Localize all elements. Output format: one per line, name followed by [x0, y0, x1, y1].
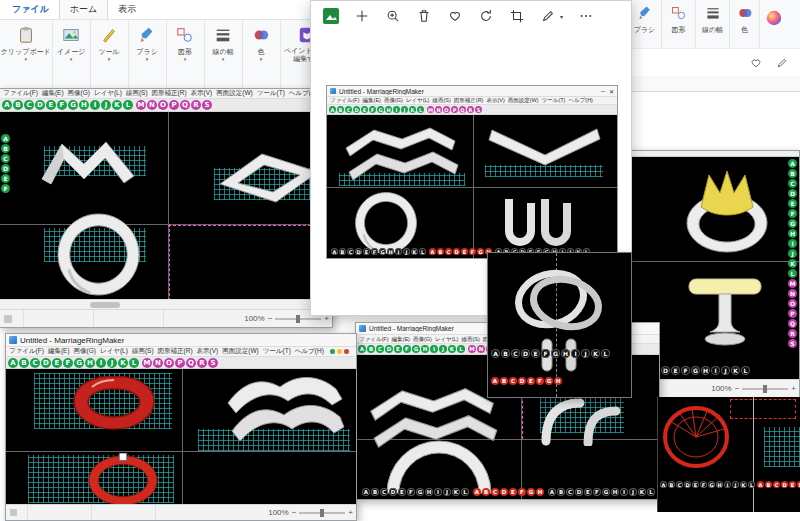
menu-item[interactable]: ツール(T) — [542, 97, 566, 104]
paint3d-sphere-button[interactable] — [760, 0, 788, 48]
menu-item[interactable]: 編集(E) — [392, 336, 410, 343]
letter-button[interactable]: C — [566, 488, 574, 496]
ribbon-group-colors[interactable]: 色 ▾ — [243, 20, 281, 90]
menu-item[interactable]: 画像(G) — [74, 347, 96, 356]
letter-button[interactable]: K — [118, 358, 128, 368]
title-bar[interactable]: Untitled - MarriageRingMaker ─ ✕ — [327, 86, 617, 97]
zoom-out-icon[interactable]: − — [292, 508, 297, 517]
letter-button[interactable]: B — [437, 248, 444, 255]
zoom-control[interactable]: 100% − + — [711, 384, 799, 393]
letter-button[interactable]: D — [1, 164, 10, 173]
letter-button[interactable]: I — [620, 488, 628, 496]
menu-item[interactable]: 編集(E) — [363, 97, 381, 104]
menu-item[interactable]: 表示(V) — [191, 89, 213, 98]
letter-button[interactable]: I — [395, 248, 402, 255]
letter-button[interactable]: D — [353, 106, 360, 113]
ribbon-group-image[interactable]: イメージ ▾ — [53, 20, 91, 90]
letter-button[interactable]: G — [545, 377, 553, 385]
favorite-icon[interactable] — [748, 55, 764, 71]
letter-button[interactable]: B — [371, 488, 379, 496]
menu-item[interactable]: 表示(V) — [486, 97, 504, 104]
letter-button[interactable]: A — [491, 377, 499, 385]
letter-button[interactable]: G — [477, 248, 484, 255]
letter-button[interactable]: J — [107, 358, 117, 368]
ribbon-group-colors[interactable]: 色 — [730, 0, 760, 48]
zoom-in-icon[interactable]: + — [791, 384, 796, 393]
letter-button[interactable]: R — [197, 358, 207, 368]
design-canvas[interactable]: ABCDEFGHIJKL ABCDEFGH ABCDEFGHIJKL — [327, 115, 617, 258]
letter-button[interactable]: S — [202, 100, 212, 110]
letter-button[interactable]: S — [208, 358, 218, 368]
letter-button[interactable]: R — [467, 106, 474, 113]
letter-button[interactable]: Q — [788, 319, 797, 328]
letter-button[interactable]: H — [85, 358, 95, 368]
letter-button[interactable]: D — [389, 488, 397, 496]
letter-button[interactable]: C — [1, 154, 10, 163]
letter-button[interactable]: P — [788, 309, 797, 318]
letter-button[interactable]: E — [527, 377, 535, 385]
letter-button[interactable]: G — [551, 349, 560, 358]
letter-button[interactable]: G — [412, 345, 420, 353]
letter-button[interactable]: K — [788, 259, 797, 268]
letter-button[interactable]: I — [724, 481, 731, 488]
rotate-icon[interactable] — [478, 8, 494, 24]
horizontal-scrollbar[interactable] — [0, 299, 332, 309]
letter-button[interactable]: Q — [186, 358, 196, 368]
letter-button[interactable]: O — [158, 100, 168, 110]
menu-item[interactable]: ファイル(F) — [330, 97, 360, 104]
letter-button[interactable]: H — [561, 349, 570, 358]
letter-button[interactable]: A — [491, 349, 500, 358]
letter-button[interactable]: D — [781, 481, 788, 488]
ribbon-group-line-width[interactable]: 線の幅 ▾ — [205, 20, 243, 90]
letter-button[interactable]: B — [339, 248, 346, 255]
letter-button[interactable]: K — [740, 481, 747, 488]
letter-button[interactable]: K — [448, 345, 456, 353]
ribbon-group-brushes[interactable]: ブラシ ▾ — [129, 20, 167, 90]
letter-button[interactable]: F — [407, 488, 415, 496]
letter-button[interactable]: K — [638, 488, 646, 496]
letter-button[interactable]: I — [788, 239, 797, 248]
letter-button[interactable]: J — [788, 249, 797, 258]
menu-item[interactable]: レイヤ(L) — [406, 97, 430, 104]
letter-button[interactable]: C — [376, 345, 384, 353]
letter-button[interactable]: A — [548, 488, 556, 496]
letter-button[interactable]: A — [660, 481, 667, 488]
ribbon-group-line-width[interactable]: 線の幅 — [696, 0, 730, 48]
menu-item[interactable]: 画面設定(W) — [222, 347, 258, 356]
zoom-slider-thumb[interactable] — [296, 315, 300, 323]
letter-button[interactable]: E — [531, 349, 540, 358]
letter-button[interactable]: E — [788, 199, 797, 208]
letter-button[interactable]: F — [541, 349, 550, 358]
letter-button[interactable]: L — [123, 100, 133, 110]
letter-button[interactable]: I — [434, 488, 442, 496]
letter-button[interactable]: A — [2, 100, 12, 110]
letter-button[interactable]: L — [748, 481, 755, 488]
letter-button[interactable]: D — [518, 377, 526, 385]
letter-button[interactable]: C — [509, 377, 517, 385]
letter-button[interactable]: C — [676, 481, 683, 488]
letter-button[interactable]: L — [417, 106, 424, 113]
letter-button[interactable]: G — [602, 488, 610, 496]
letter-button[interactable]: C — [30, 358, 40, 368]
letter-button[interactable]: E — [46, 100, 56, 110]
letter-button[interactable]: C — [773, 481, 780, 488]
letter-button[interactable]: B — [1, 144, 10, 153]
ribbon-group-shapes[interactable]: 図形 ▾ — [167, 20, 205, 90]
letter-button[interactable]: K — [731, 366, 740, 375]
letter-button[interactable]: D — [788, 189, 797, 198]
menu-item[interactable]: 線画(S) — [461, 336, 479, 343]
menu-item[interactable]: 画像(G) — [384, 97, 403, 104]
letter-button[interactable]: N — [435, 106, 442, 113]
letter-button[interactable]: H — [554, 377, 562, 385]
letter-button[interactable]: E — [671, 366, 680, 375]
letter-button[interactable]: K — [409, 106, 416, 113]
letter-button[interactable]: B — [788, 169, 797, 178]
letter-button[interactable]: J — [403, 248, 410, 255]
letter-button[interactable]: S — [788, 339, 797, 348]
letter-button[interactable]: L — [457, 345, 465, 353]
letter-button[interactable]: Q — [180, 100, 190, 110]
letter-button[interactable]: H — [385, 106, 392, 113]
delete-icon[interactable] — [416, 8, 432, 24]
cad-canvas-fragment[interactable]: ABCDEFGHIJKL ABCDEFGH — [657, 397, 800, 512]
letter-button[interactable]: H — [425, 488, 433, 496]
